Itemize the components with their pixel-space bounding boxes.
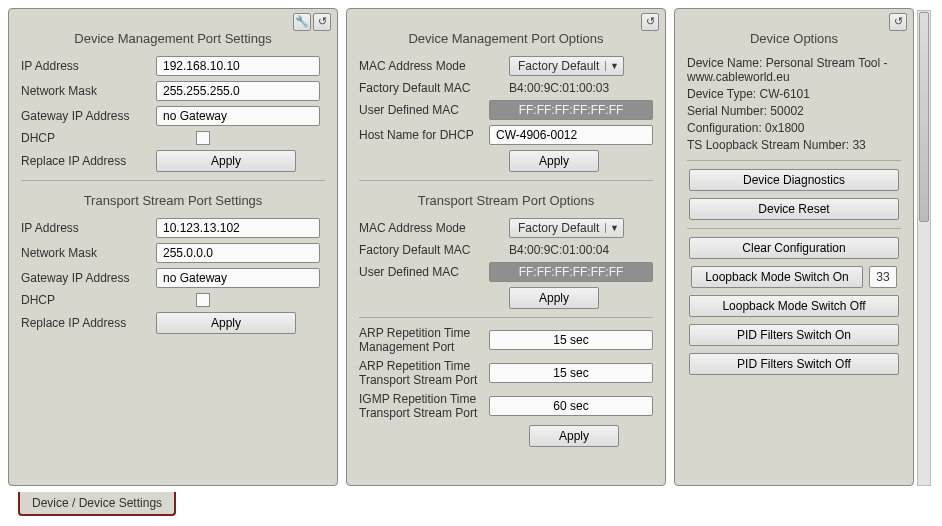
- replace-ip-label: Replace IP Address: [21, 154, 156, 168]
- device-options-panel: ↺ Device Options Device Name: Personal S…: [674, 8, 914, 486]
- arp-ts-input[interactable]: [489, 363, 653, 383]
- arp-mgmt-input[interactable]: [489, 330, 653, 350]
- host-name-label: Host Name for DHCP: [359, 128, 489, 142]
- chevron-down-icon: ▼: [605, 61, 619, 71]
- network-mask-input[interactable]: [156, 81, 320, 101]
- ts-factory-mac-value: B4:00:9C:01:00:04: [509, 243, 609, 257]
- configuration-info: Configuration: 0x1800: [687, 121, 901, 135]
- wrench-icon[interactable]: 🔧: [293, 13, 311, 31]
- ts-factory-mac-label: Factory Default MAC: [359, 243, 509, 257]
- gateway-label: Gateway IP Address: [21, 109, 156, 123]
- ts-mask-label: Network Mask: [21, 246, 156, 260]
- device-mgmt-port-options-panel: ↺ Device Management Port Options MAC Add…: [346, 8, 666, 486]
- divider: [21, 180, 325, 181]
- mac-mode-label: MAC Address Mode: [359, 59, 509, 73]
- ts-mac-mode-value: Factory Default: [518, 221, 599, 235]
- ts-mac-mode-select[interactable]: Factory Default ▼: [509, 218, 624, 238]
- ts-dhcp-label: DHCP: [21, 293, 156, 307]
- ts-mac-mode-label: MAC Address Mode: [359, 221, 509, 235]
- chevron-down-icon: ▼: [605, 223, 619, 233]
- gateway-input[interactable]: [156, 106, 320, 126]
- ts-loopback-info: TS Loopback Stream Number: 33: [687, 138, 901, 152]
- apply-button-timing[interactable]: Apply: [529, 425, 619, 447]
- pid-filters-on-button[interactable]: PID Filters Switch On: [689, 324, 899, 346]
- panel2-title1: Device Management Port Options: [359, 31, 653, 46]
- device-reset-button[interactable]: Device Reset: [689, 198, 899, 220]
- loopback-off-button[interactable]: Loopback Mode Switch Off: [689, 295, 899, 317]
- ts-ip-input[interactable]: [156, 218, 320, 238]
- divider: [359, 317, 653, 318]
- refresh-icon[interactable]: ↺: [889, 13, 907, 31]
- clear-configuration-button[interactable]: Clear Configuration: [689, 237, 899, 259]
- arp-ts-label: ARP Repetition TimeTransport Stream Port: [359, 359, 489, 387]
- dhcp-label: DHCP: [21, 131, 156, 145]
- dhcp-checkbox[interactable]: [196, 131, 210, 145]
- user-mac-label: User Defined MAC: [359, 103, 489, 117]
- ip-address-input[interactable]: [156, 56, 320, 76]
- apply-button-ts[interactable]: Apply: [156, 312, 296, 334]
- factory-mac-label: Factory Default MAC: [359, 81, 509, 95]
- divider: [359, 180, 653, 181]
- factory-mac-value: B4:00:9C:01:00:03: [509, 81, 609, 95]
- ts-user-mac-label: User Defined MAC: [359, 265, 489, 279]
- igmp-ts-label: IGMP Repetition TimeTransport Stream Por…: [359, 392, 489, 420]
- panel3-title: Device Options: [687, 31, 901, 46]
- network-mask-label: Network Mask: [21, 84, 156, 98]
- breadcrumb-tab[interactable]: Device / Device Settings: [18, 492, 176, 516]
- panel2-title2: Transport Stream Port Options: [359, 193, 653, 208]
- igmp-ts-input[interactable]: [489, 396, 653, 416]
- device-mgmt-port-settings-panel: 🔧 ↺ Device Management Port Settings IP A…: [8, 8, 338, 486]
- apply-button-mgmt-opts[interactable]: Apply: [509, 150, 599, 172]
- scrollbar-thumb[interactable]: [919, 12, 929, 222]
- pid-filters-off-button[interactable]: PID Filters Switch Off: [689, 353, 899, 375]
- mac-mode-value: Factory Default: [518, 59, 599, 73]
- host-name-input[interactable]: [489, 125, 653, 145]
- device-type-info: Device Type: CW-6101: [687, 87, 901, 101]
- ts-replace-ip-label: Replace IP Address: [21, 316, 156, 330]
- ts-dhcp-checkbox[interactable]: [196, 293, 210, 307]
- loopback-number-box[interactable]: 33: [869, 266, 897, 288]
- ts-gateway-input[interactable]: [156, 268, 320, 288]
- arp-mgmt-label: ARP Repetition TimeManagement Port: [359, 326, 489, 354]
- serial-number-info: Serial Number: 50002: [687, 104, 901, 118]
- apply-button-ts-opts[interactable]: Apply: [509, 287, 599, 309]
- ts-mask-input[interactable]: [156, 243, 320, 263]
- panel1-title1: Device Management Port Settings: [21, 31, 325, 46]
- divider: [687, 160, 901, 161]
- ip-address-label: IP Address: [21, 59, 156, 73]
- user-mac-input[interactable]: [489, 100, 653, 120]
- ts-gateway-label: Gateway IP Address: [21, 271, 156, 285]
- panel1-title2: Transport Stream Port Settings: [21, 193, 325, 208]
- scrollbar[interactable]: [917, 10, 931, 486]
- device-name-info: Device Name: Personal Stream Tool - www.…: [687, 56, 901, 84]
- loopback-on-button[interactable]: Loopback Mode Switch On: [691, 266, 863, 288]
- mac-mode-select[interactable]: Factory Default ▼: [509, 56, 624, 76]
- refresh-icon[interactable]: ↺: [313, 13, 331, 31]
- device-diagnostics-button[interactable]: Device Diagnostics: [689, 169, 899, 191]
- apply-button-mgmt[interactable]: Apply: [156, 150, 296, 172]
- divider: [687, 228, 901, 229]
- ts-user-mac-input[interactable]: [489, 262, 653, 282]
- refresh-icon[interactable]: ↺: [641, 13, 659, 31]
- ts-ip-label: IP Address: [21, 221, 156, 235]
